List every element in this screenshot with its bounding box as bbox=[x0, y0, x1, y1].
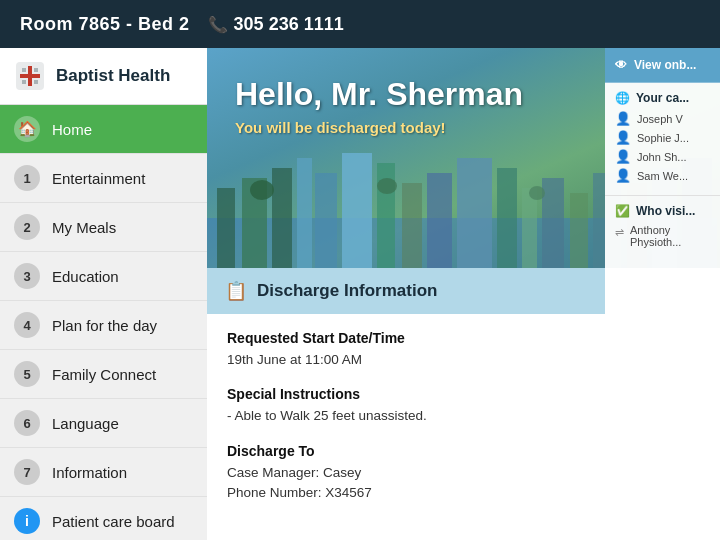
nav-number-4: 4 bbox=[14, 312, 40, 338]
care-person-3-name: John Sh... bbox=[637, 151, 687, 163]
svg-rect-19 bbox=[522, 188, 537, 268]
svg-rect-18 bbox=[497, 168, 517, 268]
visitor-1-role: Physioth... bbox=[630, 236, 681, 248]
svg-rect-15 bbox=[402, 183, 422, 268]
sidebar-item-home[interactable]: 🏠 Home bbox=[0, 105, 207, 154]
sidebar-item-home-label: Home bbox=[52, 121, 92, 138]
svg-rect-2 bbox=[20, 74, 40, 78]
discharge-datetime-title: Requested Start Date/Time bbox=[227, 330, 585, 346]
hero-text: Hello, Mr. Sherman You will be discharge… bbox=[207, 48, 551, 164]
discharge-instructions-text: - Able to Walk 25 feet unassisted. bbox=[227, 406, 585, 426]
svg-rect-11 bbox=[297, 158, 312, 268]
sidebar-item-patient-care-board-label: Patient care board bbox=[52, 513, 175, 530]
who-visited-icon: ✅ bbox=[615, 204, 630, 218]
your-care-icon: 🌐 bbox=[615, 91, 630, 105]
hero-subtext: You will be discharged today! bbox=[235, 119, 523, 136]
discharge-instructions-title: Special Instructions bbox=[227, 386, 585, 402]
care-person-1-name: Joseph V bbox=[637, 113, 683, 125]
sidebar-item-my-meals-label: My Meals bbox=[52, 219, 116, 236]
care-person-2-name: Sophie J... bbox=[637, 132, 689, 144]
svg-rect-6 bbox=[34, 80, 38, 84]
phone-number: 305 236 1111 bbox=[234, 14, 344, 35]
sidebar: Baptist Health 🏠 Home 1 Entertainment 2 … bbox=[0, 48, 207, 540]
discharge-icon: 📋 bbox=[225, 280, 247, 302]
sidebar-item-entertainment[interactable]: 1 Entertainment bbox=[0, 154, 207, 203]
svg-rect-21 bbox=[570, 193, 588, 268]
content-area: Hello, Mr. Sherman You will be discharge… bbox=[207, 48, 720, 540]
visitor-1-info: Anthony Physioth... bbox=[630, 224, 681, 248]
discharge-section-datetime: Requested Start Date/Time 19th June at 1… bbox=[227, 330, 585, 370]
nav-number-2: 2 bbox=[14, 214, 40, 240]
nav-number-6: 6 bbox=[14, 410, 40, 436]
room-number: Room 7865 bbox=[20, 14, 121, 34]
discharge-datetime-text: 19th June at 11:00 AM bbox=[227, 350, 585, 370]
your-care-title: 🌐 Your ca... bbox=[615, 91, 710, 105]
svg-point-27 bbox=[377, 178, 397, 194]
svg-point-28 bbox=[529, 186, 545, 200]
svg-rect-17 bbox=[457, 158, 492, 268]
discharge-to-text: Case Manager: CaseyPhone Number: X34567 bbox=[227, 463, 585, 504]
discharge-section-instructions: Special Instructions - Able to Walk 25 f… bbox=[227, 386, 585, 426]
your-care-section: 🌐 Your ca... 👤 Joseph V 👤 Sophie J... 👤 … bbox=[605, 83, 720, 196]
care-person-1-icon: 👤 bbox=[615, 111, 631, 126]
care-person-2: 👤 Sophie J... bbox=[615, 130, 710, 145]
sidebar-item-plan-for-the-day-label: Plan for the day bbox=[52, 317, 157, 334]
svg-point-26 bbox=[250, 180, 274, 200]
view-onboarding-icon: 👁 bbox=[615, 58, 627, 72]
info-icon: i bbox=[14, 508, 40, 534]
svg-rect-16 bbox=[427, 173, 452, 268]
baptist-health-logo-icon bbox=[14, 60, 46, 92]
care-person-4-icon: 👤 bbox=[615, 168, 631, 183]
visitor-1-icon: ⇌ bbox=[615, 226, 624, 239]
home-icon: 🏠 bbox=[14, 116, 40, 142]
sidebar-item-information[interactable]: 7 Information bbox=[0, 448, 207, 497]
who-visited-section: ✅ Who visi... ⇌ Anthony Physioth... bbox=[605, 196, 720, 256]
care-person-3: 👤 John Sh... bbox=[615, 149, 710, 164]
svg-rect-3 bbox=[22, 68, 26, 72]
care-person-3-icon: 👤 bbox=[615, 149, 631, 164]
discharge-header-title: Discharge Information bbox=[257, 281, 437, 301]
nav-number-1: 1 bbox=[14, 165, 40, 191]
view-onboarding-label: View onb... bbox=[634, 58, 696, 72]
care-person-4: 👤 Sam We... bbox=[615, 168, 710, 183]
sidebar-item-plan-for-the-day[interactable]: 4 Plan for the day bbox=[0, 301, 207, 350]
svg-rect-5 bbox=[22, 80, 26, 84]
discharge-section-discharge-to: Discharge To Case Manager: CaseyPhone Nu… bbox=[227, 443, 585, 504]
sidebar-item-entertainment-label: Entertainment bbox=[52, 170, 145, 187]
sidebar-item-education[interactable]: 3 Education bbox=[0, 252, 207, 301]
main-layout: Baptist Health 🏠 Home 1 Entertainment 2 … bbox=[0, 48, 720, 540]
svg-rect-20 bbox=[542, 178, 564, 268]
discharge-to-title: Discharge To bbox=[227, 443, 585, 459]
view-onboarding-button[interactable]: 👁 View onb... bbox=[605, 48, 720, 83]
sidebar-item-education-label: Education bbox=[52, 268, 119, 285]
care-person-1: 👤 Joseph V bbox=[615, 111, 710, 126]
sidebar-item-patient-care-board[interactable]: i Patient care board bbox=[0, 497, 207, 540]
discharge-body: Requested Start Date/Time 19th June at 1… bbox=[207, 314, 605, 535]
nav-number-5: 5 bbox=[14, 361, 40, 387]
nav-number-3: 3 bbox=[14, 263, 40, 289]
room-info: Room 7865 - Bed 2 bbox=[20, 14, 190, 35]
svg-rect-13 bbox=[342, 153, 372, 268]
sidebar-item-information-label: Information bbox=[52, 464, 127, 481]
sidebar-item-language[interactable]: 6 Language bbox=[0, 399, 207, 448]
svg-rect-12 bbox=[315, 173, 337, 268]
sidebar-item-family-connect[interactable]: 5 Family Connect bbox=[0, 350, 207, 399]
sidebar-item-family-connect-label: Family Connect bbox=[52, 366, 156, 383]
sidebar-nav: 🏠 Home 1 Entertainment 2 My Meals 3 Educ… bbox=[0, 105, 207, 540]
logo-text: Baptist Health bbox=[56, 66, 170, 86]
right-panel: 👁 View onb... 🌐 Your ca... 👤 Joseph V 👤 … bbox=[605, 48, 720, 540]
discharge-header: 📋 Discharge Information bbox=[207, 268, 605, 314]
visitor-1-name: Anthony bbox=[630, 224, 681, 236]
top-bar: Room 7865 - Bed 2 📞 305 236 1111 bbox=[0, 0, 720, 48]
hero-greeting: Hello, Mr. Sherman bbox=[235, 76, 523, 113]
phone-icon: 📞 bbox=[208, 15, 228, 34]
svg-rect-4 bbox=[34, 68, 38, 72]
nav-number-7: 7 bbox=[14, 459, 40, 485]
care-person-2-icon: 👤 bbox=[615, 130, 631, 145]
room-separator: - bbox=[126, 14, 138, 34]
svg-rect-8 bbox=[217, 188, 235, 268]
sidebar-logo: Baptist Health bbox=[0, 48, 207, 105]
svg-rect-10 bbox=[272, 168, 292, 268]
bed-number: Bed 2 bbox=[138, 14, 190, 34]
sidebar-item-my-meals[interactable]: 2 My Meals bbox=[0, 203, 207, 252]
